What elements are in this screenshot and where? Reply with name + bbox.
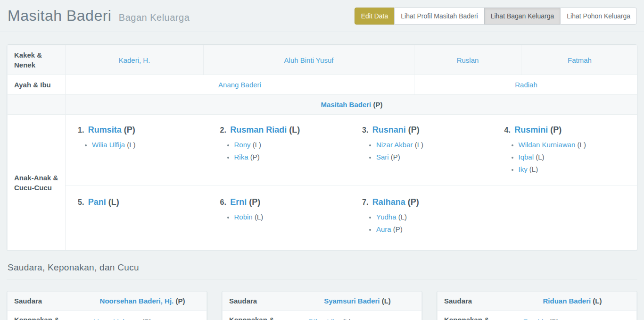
grandmother-maternal-link[interactable]: Fatmah [568, 56, 592, 64]
grandchildren-list: Nizar Akbar (L) Sari (P) [362, 140, 492, 162]
descendant-item: Wilia Ulfija (L) [92, 140, 208, 150]
grandfather-paternal-cell: Kaderi, H. [66, 45, 204, 75]
child-number: 1. [78, 126, 86, 134]
nephews-label: Keponakan & Cucu-Cucu [223, 311, 293, 320]
descendant-link[interactable]: Aura [376, 225, 391, 233]
gender-tag: (L) [127, 141, 135, 149]
child-name-link[interactable]: Pani [88, 197, 106, 207]
sibling-row: Saudara Syamsuri Baderi (L) [223, 292, 422, 311]
nephews-list: Rifna Idiar (L) Sari Mardiah (P) [297, 317, 418, 320]
child-heading: 5. Pani (L) [78, 197, 208, 207]
gender-tag: (L) [415, 141, 423, 149]
page-title: Masitah Baderi [8, 7, 111, 24]
descendant-link[interactable]: Yudha [376, 213, 396, 221]
child-name-link[interactable]: Rusmini [514, 125, 548, 135]
child-name-link[interactable]: Rusnani [372, 125, 406, 135]
nephew-item: Rifna Idiar (L) Sari Mardiah (P) [308, 317, 418, 320]
child-entry: 2. Rusman Riadi (L) Rony (L) Rika (P) [208, 123, 350, 184]
descendant-link[interactable]: Rika [234, 153, 248, 161]
gender-tag: (P) [549, 318, 559, 320]
child-name-link[interactable]: Rumsita [88, 125, 122, 135]
descendant-item: Nizar Akbar (L) [376, 140, 492, 150]
gender-tag: (P) [249, 197, 260, 207]
page-title-block: Masitah Baderi Bagan Keluarga [8, 7, 190, 25]
descendant-item: Robin (L) [234, 212, 350, 222]
grandmother-paternal-link[interactable]: Aluh Binti Yusuf [284, 56, 334, 64]
sibling-name-link[interactable]: Riduan Baderi [543, 297, 591, 305]
grandchildren-list: Wildan Kurniawan (L) Iqbal (L) Iky (L) [504, 140, 635, 174]
child-number: 5. [78, 198, 86, 206]
grandfather-maternal-cell: Ruslan [414, 45, 521, 75]
sibling-card-table: Saudara Syamsuri Baderi (L) Keponakan & … [222, 291, 422, 320]
child-heading: 4. Rusmini (P) [504, 125, 635, 135]
child-number: 2. [220, 126, 229, 134]
descendant-link[interactable]: Robin [234, 213, 253, 221]
child-heading: 1. Rumsita (P) [78, 125, 208, 135]
descendant-link[interactable]: Sari [376, 153, 389, 161]
descendant-link[interactable]: Wildan Kurniawan [519, 141, 576, 149]
child-entry: 5. Pani (L) [66, 195, 208, 238]
sibling-name-cell: Riduan Baderi (L) [508, 292, 637, 311]
view-profile-button[interactable]: Lihat Profil Masitah Baderi [394, 8, 484, 25]
nephew-link[interactable]: Zuraida [523, 318, 547, 320]
nephews-label: Keponakan & Cucu-Cucu [438, 311, 508, 320]
child-entry: 6. Erni (P) Robin (L) [208, 195, 350, 238]
page-subtitle: Bagan Keluarga [119, 12, 190, 23]
page-header: Masitah Baderi Bagan Keluarga Edit Data … [0, 0, 644, 32]
child-heading: 7. Raihana (P) [362, 197, 492, 207]
descendant-link[interactable]: Wilia Ulfija [92, 141, 125, 149]
descendant-item: Aura (P) [376, 224, 492, 234]
gender-tag: (L) [343, 318, 351, 320]
gender-tag: (P) [124, 125, 135, 135]
descendant-link[interactable]: Iky [519, 165, 528, 173]
father-link[interactable]: Anang Baderi [218, 81, 261, 89]
child-number: 7. [362, 198, 371, 206]
mother-link[interactable]: Radiah [515, 81, 537, 89]
gender-tag: (P) [408, 197, 419, 207]
grandparents-row: Kakek & Nenek Kaderi, H. Aluh Binti Yusu… [8, 45, 638, 75]
grandfather-paternal-link[interactable]: Kaderi, H. [119, 56, 150, 64]
children-grid-row-2: 5. Pani (L) 6. Erni (P) Robin (L) 7. Rai… [66, 185, 637, 250]
nephew-link[interactable]: Muna Makmun [93, 318, 140, 320]
sibling-cards-row: Saudara Noorsehan Baderi, Hj. (P) Kepona… [7, 291, 637, 320]
parents-row: Ayah & Ibu Anang Baderi Radiah [8, 75, 638, 95]
sibling-label: Saudara [8, 292, 78, 311]
edit-data-button[interactable]: Edit Data [355, 8, 395, 25]
child-name-link[interactable]: Rusman Riadi [230, 125, 287, 135]
descendant-link[interactable]: Nizar Akbar [376, 141, 413, 149]
nephew-item: Zuraida (P) Andika Nugraha Rahman (L) [523, 317, 633, 320]
gender-tag: (P) [550, 125, 561, 135]
self-label-empty [8, 95, 66, 115]
self-name-link[interactable]: Masitah Baderi [321, 101, 372, 109]
sibling-label: Saudara [438, 292, 508, 311]
children-label: Anak-Anak & Cucu-Cucu [8, 115, 66, 251]
child-number: 4. [504, 126, 513, 134]
child-name-link[interactable]: Raihana [372, 197, 405, 207]
sibling-card: Saudara Noorsehan Baderi, Hj. (P) Kepona… [7, 291, 207, 320]
nephews-label: Keponakan & Cucu-Cucu [8, 311, 78, 320]
self-cell: Masitah Baderi (P) [66, 95, 638, 115]
sibling-name-link[interactable]: Noorsehan Baderi, Hj. [100, 297, 174, 305]
view-family-chart-button[interactable]: Lihat Bagan Keluarga [484, 8, 561, 25]
nephews-row: Keponakan & Cucu-Cucu Muna Makmun (P) Na… [8, 311, 207, 320]
nephew-link[interactable]: Rifna Idiar [308, 318, 340, 320]
family-chart-panel: Kakek & Nenek Kaderi, H. Aluh Binti Yusu… [7, 44, 637, 251]
nephews-cell: Zuraida (P) Andika Nugraha Rahman (L) [508, 311, 637, 320]
family-chart-table: Kakek & Nenek Kaderi, H. Aluh Binti Yusu… [7, 45, 637, 251]
grandfather-maternal-link[interactable]: Ruslan [457, 56, 479, 64]
child-entry: 3. Rusnani (P) Nizar Akbar (L) Sari (P) [350, 123, 492, 184]
child-name-link[interactable]: Erni [230, 197, 247, 207]
descendant-link[interactable]: Iqbal [519, 153, 534, 161]
descendant-item: Yudha (L) [376, 212, 492, 222]
descendant-link[interactable]: Rony [234, 141, 251, 149]
view-family-tree-button[interactable]: Lihat Pohon Keluarga [560, 8, 637, 25]
nephews-row: Keponakan & Cucu-Cucu Rifna Idiar (L) Sa… [223, 311, 422, 320]
gender-tag: (L) [382, 297, 391, 305]
gender-tag: (L) [289, 125, 300, 135]
descendant-item: Sari (P) [376, 152, 492, 162]
child-heading: 2. Rusman Riadi (L) [220, 125, 350, 135]
mother-cell: Radiah [414, 75, 638, 95]
gender-tag: (P) [391, 153, 400, 161]
gender-tag: (L) [253, 141, 261, 149]
sibling-name-link[interactable]: Syamsuri Baderi [324, 297, 380, 305]
